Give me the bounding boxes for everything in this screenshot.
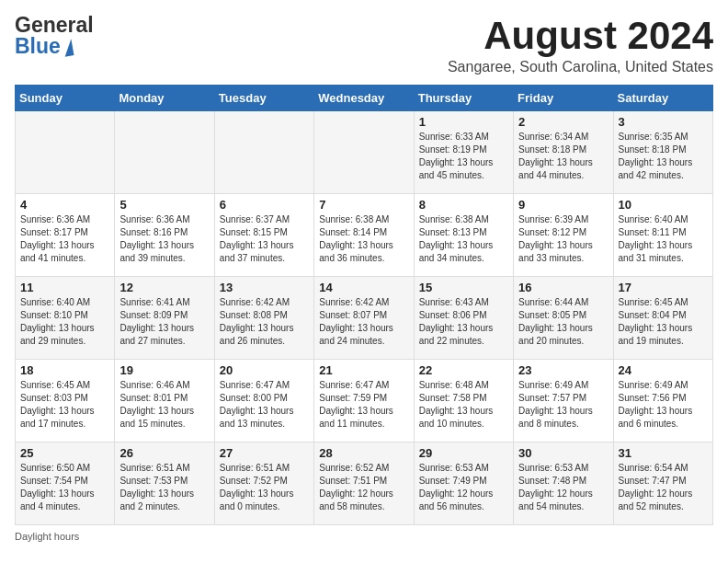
day-header-monday: Monday: [115, 86, 214, 111]
day-number: 14: [319, 281, 408, 294]
calendar-cell: 31Sunrise: 6:54 AM Sunset: 7:47 PM Dayli…: [613, 442, 712, 525]
logo-triangle-icon: [62, 39, 74, 56]
calendar-week-row: 18Sunrise: 6:45 AM Sunset: 8:03 PM Dayli…: [16, 360, 713, 442]
calendar-cell: 24Sunrise: 6:49 AM Sunset: 7:56 PM Dayli…: [613, 360, 712, 442]
calendar-cell: 29Sunrise: 6:53 AM Sunset: 7:49 PM Dayli…: [414, 442, 513, 525]
day-number: 23: [518, 363, 608, 377]
day-number: 24: [619, 363, 708, 377]
day-number: 3: [619, 115, 708, 129]
calendar-cell: 20Sunrise: 6:47 AM Sunset: 8:00 PM Dayli…: [214, 360, 313, 442]
calendar-cell: 27Sunrise: 6:51 AM Sunset: 7:52 PM Dayli…: [214, 442, 313, 525]
calendar-cell: 5Sunrise: 6:36 AM Sunset: 8:16 PM Daylig…: [115, 194, 214, 277]
day-info: Sunrise: 6:36 AM Sunset: 8:16 PM Dayligh…: [119, 213, 209, 265]
calendar-title: August 2024: [448, 15, 713, 57]
day-number: 17: [619, 281, 708, 294]
day-number: 13: [220, 281, 309, 294]
calendar-week-row: 11Sunrise: 6:40 AM Sunset: 8:10 PM Dayli…: [16, 277, 713, 360]
day-info: Sunrise: 6:34 AM Sunset: 8:18 PM Dayligh…: [518, 131, 608, 182]
calendar-cell: 3Sunrise: 6:35 AM Sunset: 8:18 PM Daylig…: [613, 111, 712, 194]
day-number: 4: [20, 198, 109, 212]
day-number: 6: [220, 198, 309, 212]
day-number: 25: [20, 446, 109, 460]
day-header-sunday: Sunday: [16, 86, 115, 111]
day-info: Sunrise: 6:50 AM Sunset: 7:54 PM Dayligh…: [20, 462, 109, 513]
calendar-cell: 11Sunrise: 6:40 AM Sunset: 8:10 PM Dayli…: [16, 277, 115, 360]
day-info: Sunrise: 6:54 AM Sunset: 7:47 PM Dayligh…: [619, 462, 708, 513]
day-number: 22: [419, 363, 508, 377]
calendar-cell: 16Sunrise: 6:44 AM Sunset: 8:05 PM Dayli…: [514, 277, 613, 360]
logo-text: General Blue: [15, 15, 94, 57]
day-info: Sunrise: 6:38 AM Sunset: 8:13 PM Dayligh…: [419, 213, 508, 265]
calendar-cell: 18Sunrise: 6:45 AM Sunset: 8:03 PM Dayli…: [16, 360, 115, 442]
calendar-cell: 25Sunrise: 6:50 AM Sunset: 7:54 PM Dayli…: [16, 442, 115, 525]
footer-note: Daylight hours: [15, 531, 713, 542]
day-number: 29: [419, 446, 508, 460]
day-info: Sunrise: 6:51 AM Sunset: 7:53 PM Dayligh…: [119, 462, 209, 513]
title-area: August 2024 Sangaree, South Carolina, Un…: [448, 15, 713, 75]
day-info: Sunrise: 6:44 AM Sunset: 8:05 PM Dayligh…: [518, 296, 608, 348]
day-info: Sunrise: 6:48 AM Sunset: 7:58 PM Dayligh…: [419, 379, 508, 431]
day-number: 15: [419, 281, 508, 294]
logo: General Blue: [15, 15, 94, 57]
calendar-table: SundayMondayTuesdayWednesdayThursdayFrid…: [15, 85, 713, 525]
day-number: 27: [220, 446, 309, 460]
day-info: Sunrise: 6:41 AM Sunset: 8:09 PM Dayligh…: [119, 296, 209, 348]
day-number: 18: [20, 363, 109, 377]
day-info: Sunrise: 6:40 AM Sunset: 8:11 PM Dayligh…: [619, 213, 708, 265]
day-number: 10: [619, 198, 708, 212]
calendar-cell: 30Sunrise: 6:53 AM Sunset: 7:48 PM Dayli…: [514, 442, 613, 525]
day-number: 12: [119, 281, 209, 294]
calendar-subtitle: Sangaree, South Carolina, United States: [448, 59, 713, 75]
day-info: Sunrise: 6:38 AM Sunset: 8:14 PM Dayligh…: [319, 213, 408, 265]
day-info: Sunrise: 6:51 AM Sunset: 7:52 PM Dayligh…: [220, 462, 309, 513]
day-number: 20: [220, 363, 309, 377]
day-info: Sunrise: 6:39 AM Sunset: 8:12 PM Dayligh…: [518, 213, 608, 265]
day-number: 21: [319, 363, 408, 377]
calendar-cell: 10Sunrise: 6:40 AM Sunset: 8:11 PM Dayli…: [613, 194, 712, 277]
page-header: General Blue August 2024 Sangaree, South…: [15, 15, 713, 75]
day-number: 5: [119, 198, 209, 212]
day-info: Sunrise: 6:33 AM Sunset: 8:19 PM Dayligh…: [419, 131, 508, 182]
day-info: Sunrise: 6:53 AM Sunset: 7:48 PM Dayligh…: [518, 462, 608, 513]
logo-blue: Blue: [15, 34, 61, 58]
calendar-cell: 28Sunrise: 6:52 AM Sunset: 7:51 PM Dayli…: [314, 442, 414, 525]
day-info: Sunrise: 6:49 AM Sunset: 7:56 PM Dayligh…: [619, 379, 708, 431]
day-number: 28: [319, 446, 408, 460]
day-number: 7: [319, 198, 408, 212]
day-info: Sunrise: 6:40 AM Sunset: 8:10 PM Dayligh…: [20, 296, 109, 348]
day-header-wednesday: Wednesday: [314, 86, 414, 111]
calendar-week-row: 25Sunrise: 6:50 AM Sunset: 7:54 PM Dayli…: [16, 442, 713, 525]
day-info: Sunrise: 6:52 AM Sunset: 7:51 PM Dayligh…: [319, 462, 408, 513]
calendar-cell: [214, 111, 313, 194]
calendar-cell: 17Sunrise: 6:45 AM Sunset: 8:04 PM Dayli…: [613, 277, 712, 360]
calendar-cell: 2Sunrise: 6:34 AM Sunset: 8:18 PM Daylig…: [514, 111, 613, 194]
calendar-cell: 22Sunrise: 6:48 AM Sunset: 7:58 PM Dayli…: [414, 360, 513, 442]
day-info: Sunrise: 6:35 AM Sunset: 8:18 PM Dayligh…: [619, 131, 708, 182]
day-number: 16: [518, 281, 608, 294]
calendar-week-row: 1Sunrise: 6:33 AM Sunset: 8:19 PM Daylig…: [16, 111, 713, 194]
day-header-thursday: Thursday: [414, 86, 513, 111]
day-info: Sunrise: 6:42 AM Sunset: 8:08 PM Dayligh…: [220, 296, 309, 348]
day-number: 11: [20, 281, 109, 294]
day-info: Sunrise: 6:53 AM Sunset: 7:49 PM Dayligh…: [419, 462, 508, 513]
calendar-cell: 9Sunrise: 6:39 AM Sunset: 8:12 PM Daylig…: [514, 194, 613, 277]
day-info: Sunrise: 6:49 AM Sunset: 7:57 PM Dayligh…: [518, 379, 608, 431]
day-header-friday: Friday: [514, 86, 613, 111]
calendar-cell: 7Sunrise: 6:38 AM Sunset: 8:14 PM Daylig…: [314, 194, 414, 277]
day-number: 19: [119, 363, 209, 377]
day-info: Sunrise: 6:47 AM Sunset: 8:00 PM Dayligh…: [220, 379, 309, 431]
day-info: Sunrise: 6:45 AM Sunset: 8:03 PM Dayligh…: [20, 379, 109, 431]
day-info: Sunrise: 6:37 AM Sunset: 8:15 PM Dayligh…: [220, 213, 309, 265]
calendar-cell: 12Sunrise: 6:41 AM Sunset: 8:09 PM Dayli…: [115, 277, 214, 360]
calendar-header-row: SundayMondayTuesdayWednesdayThursdayFrid…: [16, 86, 713, 111]
day-info: Sunrise: 6:43 AM Sunset: 8:06 PM Dayligh…: [419, 296, 508, 348]
day-info: Sunrise: 6:46 AM Sunset: 8:01 PM Dayligh…: [119, 379, 209, 431]
calendar-cell: 15Sunrise: 6:43 AM Sunset: 8:06 PM Dayli…: [414, 277, 513, 360]
day-info: Sunrise: 6:42 AM Sunset: 8:07 PM Dayligh…: [319, 296, 408, 348]
calendar-cell: 21Sunrise: 6:47 AM Sunset: 7:59 PM Dayli…: [314, 360, 414, 442]
calendar-cell: 4Sunrise: 6:36 AM Sunset: 8:17 PM Daylig…: [16, 194, 115, 277]
day-header-saturday: Saturday: [613, 86, 712, 111]
calendar-cell: 19Sunrise: 6:46 AM Sunset: 8:01 PM Dayli…: [115, 360, 214, 442]
day-header-tuesday: Tuesday: [214, 86, 313, 111]
day-number: 1: [419, 115, 508, 129]
